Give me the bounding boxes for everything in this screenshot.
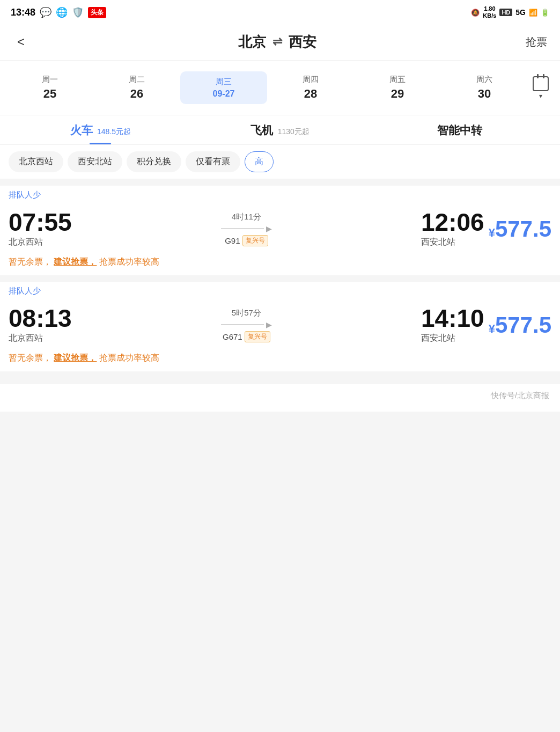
network-type: 5G: [515, 8, 526, 17]
weekday-thu: 周四: [269, 75, 352, 85]
train-card-1[interactable]: 排队人少 08:13 北京西站 5时57分 ▶ G671 复兴号 14:10 西…: [0, 282, 560, 371]
mute-icon: 🔕: [471, 9, 480, 17]
depart-block-1: 08:13 北京西站: [9, 306, 72, 344]
filter-bar: 北京西站 西安北站 积分兑换 仅看有票 高: [0, 145, 560, 179]
line-0: [221, 228, 264, 229]
date-item-thu[interactable]: 周四 28: [267, 69, 354, 106]
date-item-fri[interactable]: 周五 29: [354, 69, 441, 106]
no-ticket-text-0: 暂无余票，: [9, 257, 51, 266]
date-thu: 28: [269, 87, 352, 101]
date-sat: 30: [443, 87, 526, 101]
arrive-station-0: 西安北站: [421, 237, 484, 248]
status-left: 13:48 💬 🌐 🛡️ 头条: [11, 6, 106, 18]
status-bar: 13:48 💬 🌐 🛡️ 头条 🔕 1.80 KB/s HD 5G 📶 🔋: [0, 0, 560, 24]
weekday-mon: 周一: [9, 75, 91, 85]
arrive-time-0: 12:06: [421, 210, 484, 235]
queue-badge-1: 排队人少: [0, 282, 560, 298]
network-speed: 1.80 KB/s: [483, 5, 496, 19]
train-number-0: G91 复兴号: [83, 235, 410, 246]
app-tag: 头条: [88, 7, 106, 18]
hd-badge: HD: [499, 9, 512, 16]
train-main-1: 08:13 北京西站 5时57分 ▶ G671 复兴号 14:10 西安北站 ¥…: [0, 298, 560, 349]
transport-tabs: 火车 148.5元起 飞机 1130元起 智能中转: [0, 115, 560, 145]
arrow-line-0: ▶: [83, 224, 410, 233]
date-item-mon[interactable]: 周一 25: [6, 69, 93, 106]
grab-success-1: 抢票成功率较高: [99, 353, 159, 362]
train-list: 排队人少 07:55 北京西站 4时11分 ▶ G91 复兴号 12:06 西安…: [0, 179, 560, 384]
weekday-fri: 周五: [356, 75, 439, 85]
arrive-block-0: 12:06 西安北站: [421, 210, 484, 248]
filter-beijing-west[interactable]: 北京西站: [9, 151, 63, 172]
depart-time-1: 08:13: [9, 306, 72, 331]
date-selector: 周一 25 周二 26 周三 09-27 周四 28 周五 29 周六 30 ▾: [0, 61, 560, 115]
filter-available-only[interactable]: 仅看有票: [186, 151, 240, 172]
train-middle-1: 5时57分 ▶ G671 复兴号: [76, 308, 417, 342]
duration-0: 4时11分: [83, 212, 410, 222]
arrow-line-1: ▶: [83, 320, 410, 329]
date-wed: 09-27: [182, 89, 265, 99]
date-tue: 26: [95, 87, 178, 101]
date-mon: 25: [9, 87, 91, 101]
grab-suggest-1[interactable]: 建议抢票，: [54, 353, 97, 362]
price-value-1: 577.5: [495, 312, 551, 338]
back-button[interactable]: <: [13, 32, 29, 52]
wechat-icon: 💬: [40, 6, 51, 18]
depart-station-0: 北京西站: [9, 237, 72, 248]
date-fri: 29: [356, 87, 439, 101]
arrive-time-1: 14:10: [421, 306, 484, 331]
date-item-tue[interactable]: 周二 26: [93, 69, 180, 106]
line-1: [221, 324, 264, 325]
filter-high-speed[interactable]: 高: [245, 151, 274, 172]
filter-points[interactable]: 积分兑换: [127, 151, 181, 172]
no-ticket-1: 暂无余票， 建议抢票， 抢票成功率较高: [0, 349, 560, 371]
swap-icon[interactable]: ⇌: [272, 35, 282, 49]
watermark-text: 快传号/北京商报: [491, 391, 549, 400]
signal-icon: 📶: [529, 9, 537, 17]
currency-0: ¥: [489, 226, 495, 239]
duration-1: 5时57分: [83, 308, 410, 318]
date-item-wed[interactable]: 周三 09-27: [180, 71, 267, 104]
price-0: ¥577.5: [489, 216, 551, 242]
chevron-down-icon: ▾: [528, 92, 554, 100]
tab-train-label: 火车: [70, 124, 93, 136]
tab-train-price: 148.5元起: [97, 127, 131, 136]
tab-flight-label: 飞机: [250, 124, 273, 136]
currency-1: ¥: [489, 322, 495, 335]
tab-flight-price: 1130元起: [278, 127, 310, 136]
tab-flight[interactable]: 飞机 1130元起: [190, 123, 370, 144]
weekday-wed: 周三: [182, 77, 265, 87]
arrive-station-1: 西安北站: [421, 333, 484, 344]
arrow-tip-0: ▶: [266, 224, 272, 233]
status-time: 13:48: [11, 7, 35, 18]
train-num-label-1: G671: [223, 332, 242, 341]
calendar-icon: [533, 76, 549, 91]
no-ticket-0: 暂无余票， 建议抢票， 抢票成功率较高: [0, 253, 560, 275]
calendar-button[interactable]: ▾: [528, 76, 554, 100]
train-main-0: 07:55 北京西站 4时11分 ▶ G91 复兴号 12:06 西安北站 ¥5…: [0, 202, 560, 253]
price-value-0: 577.5: [495, 216, 551, 241]
train-num-label-0: G91: [225, 236, 240, 245]
filter-xian-north[interactable]: 西安北站: [68, 151, 122, 172]
origin-city: 北京: [238, 33, 266, 52]
train-tag-0: 复兴号: [242, 235, 268, 246]
depart-time-0: 07:55: [9, 210, 72, 235]
header-title: 北京 ⇌ 西安: [238, 33, 316, 52]
price-1: ¥577.5: [489, 312, 551, 338]
app-icon-2: 🛡️: [72, 6, 84, 18]
arrow-tip-1: ▶: [266, 320, 272, 329]
no-ticket-text-1: 暂无余票，: [9, 353, 51, 362]
arrive-block-1: 14:10 西安北站: [421, 306, 484, 344]
grab-suggest-0[interactable]: 建议抢票，: [54, 257, 97, 266]
tab-smart-label: 智能中转: [437, 124, 482, 136]
app-icon-1: 🌐: [56, 6, 68, 18]
train-card-0[interactable]: 排队人少 07:55 北京西站 4时11分 ▶ G91 复兴号 12:06 西安…: [0, 186, 560, 275]
train-number-1: G671 复兴号: [83, 331, 410, 342]
grab-ticket-button[interactable]: 抢票: [526, 35, 547, 49]
date-item-sat[interactable]: 周六 30: [441, 69, 528, 106]
status-right: 🔕 1.80 KB/s HD 5G 📶 🔋: [471, 5, 549, 19]
tab-smart-transfer[interactable]: 智能中转: [370, 123, 549, 144]
weekday-tue: 周二: [95, 75, 178, 85]
tab-train[interactable]: 火车 148.5元起: [11, 123, 190, 144]
destination-city: 西安: [289, 33, 316, 52]
grab-success-0: 抢票成功率较高: [99, 257, 159, 266]
